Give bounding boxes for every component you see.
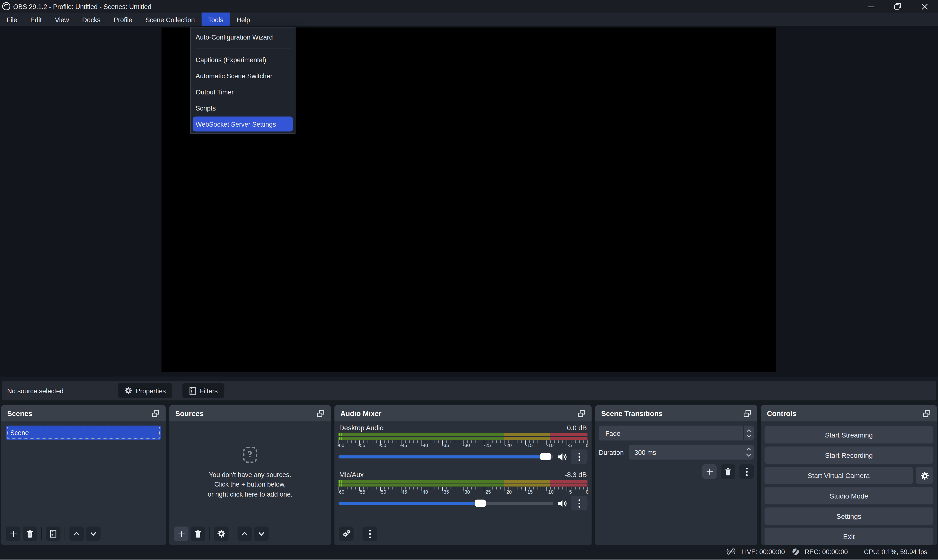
menu-separator	[191, 45, 295, 51]
filters-label: Filters	[200, 387, 218, 394]
remove-transition-button[interactable]	[721, 465, 735, 479]
filter-icon	[189, 386, 196, 395]
menu-item[interactable]: View	[48, 12, 76, 26]
kebab-icon	[577, 452, 580, 461]
menu-item-automatic-scene-switcher[interactable]: Automatic Scene Switcher	[191, 68, 295, 84]
volume-slider[interactable]	[338, 500, 553, 507]
speaker-icon[interactable]	[557, 452, 567, 461]
menu-item[interactable]: Docks	[76, 12, 107, 26]
tools-menu: Auto-Configuration Wizard Captions (Expe…	[190, 27, 296, 134]
properties-button[interactable]: Properties	[118, 383, 173, 398]
preview-area: Auto-Configuration Wizard Captions (Expe…	[0, 26, 938, 377]
scale-tick-label: -50	[379, 442, 386, 449]
scene-up-button[interactable]	[69, 526, 84, 541]
speaker-icon[interactable]	[557, 499, 567, 508]
toolbar-separator	[209, 527, 210, 540]
sources-empty-state[interactable]: ? You don't have any sources. Click the …	[169, 422, 331, 526]
menu-item[interactable]: Scene Collection	[139, 12, 202, 26]
add-scene-button[interactable]	[6, 526, 20, 541]
menu-item-captions[interactable]: Captions (Experimental)	[191, 51, 295, 68]
menu-item[interactable]: File	[0, 12, 24, 26]
start-recording-button[interactable]: Start Recording	[765, 446, 933, 464]
obs-logo-icon	[2, 2, 11, 11]
popout-icon[interactable]	[923, 409, 931, 417]
mixer-options-button[interactable]	[363, 526, 377, 541]
plus-icon	[9, 529, 18, 538]
channel-options-button[interactable]	[571, 496, 588, 511]
window-title: OBS 29.1.2 - Profile: Untitled - Scenes:…	[13, 3, 151, 10]
scale-tick-label: -10	[547, 442, 554, 449]
scale-tick-label: -55	[358, 442, 365, 449]
volume-meter	[338, 480, 587, 486]
controls-header: Controls	[761, 405, 937, 422]
chevron-up-icon	[746, 448, 751, 451]
menu-bar: FileEditViewDocksProfileScene Collection…	[0, 12, 938, 26]
stream-inactive-icon	[726, 547, 736, 556]
channel-options-button[interactable]	[571, 449, 588, 464]
advanced-audio-properties-button[interactable]	[339, 526, 353, 541]
scale-tick-label: -30	[463, 489, 470, 496]
remove-scene-button[interactable]	[23, 526, 37, 541]
titlebar: OBS 29.1.2 - Profile: Untitled - Scenes:…	[0, 0, 938, 12]
chevron-down-icon	[746, 454, 751, 457]
menu-item[interactable]: Profile	[107, 12, 139, 26]
scene-filters-button[interactable]	[46, 526, 60, 541]
toolbar-separator	[233, 527, 233, 540]
filters-button[interactable]: Filters	[182, 383, 224, 398]
menu-item-scripts[interactable]: Scripts	[191, 100, 295, 116]
audio-mixer-panel: Audio Mixer Desktop Audio 0.0 dB	[334, 405, 591, 545]
spinbox-arrows[interactable]	[746, 445, 751, 460]
start-virtual-camera-button[interactable]: Start Virtual Camera	[765, 467, 913, 484]
menu-item[interactable]: Edit	[24, 12, 48, 26]
menu-item-websocket-server-settings[interactable]: WebSocket Server Settings	[193, 117, 293, 132]
sources-toolbar	[169, 526, 331, 545]
toolbar-separator	[358, 527, 358, 540]
source-toolbar: No source selected Properties Filters	[2, 381, 936, 400]
volume-slider[interactable]	[338, 453, 553, 460]
add-transition-button[interactable]	[702, 465, 717, 479]
popout-icon[interactable]	[316, 409, 325, 417]
exit-button[interactable]: Exit	[765, 528, 933, 545]
studio-mode-button[interactable]: Studio Mode	[765, 487, 933, 505]
popout-icon[interactable]	[743, 409, 751, 417]
scene-list-item-selected[interactable]: Scene	[6, 426, 161, 440]
volume-slider-handle[interactable]	[540, 453, 551, 460]
add-source-button[interactable]	[174, 526, 188, 541]
virtual-camera-settings-button[interactable]	[916, 467, 933, 484]
scene-transitions-panel: Scene Transitions Fade Duration	[595, 405, 757, 545]
scene-down-button[interactable]	[86, 526, 100, 541]
source-down-button[interactable]	[254, 526, 268, 541]
popout-icon[interactable]	[577, 409, 586, 417]
scale-tick-label: -20	[505, 489, 512, 496]
minimize-button[interactable]	[857, 0, 884, 12]
menu-item-auto-configuration-wizard[interactable]: Auto-Configuration Wizard	[191, 29, 295, 45]
scale-tick-label: -45	[400, 489, 407, 496]
live-time: LIVE: 00:00:00	[741, 548, 785, 555]
duration-spinbox[interactable]: 300 ms	[629, 445, 754, 460]
menu-item[interactable]: Tools	[202, 12, 230, 26]
popout-icon[interactable]	[151, 409, 160, 417]
remove-source-button[interactable]	[191, 526, 205, 541]
restore-button[interactable]	[884, 0, 911, 12]
arrow-up-icon	[72, 529, 80, 538]
transition-options-button[interactable]	[739, 465, 754, 479]
volume-slider-handle[interactable]	[475, 500, 486, 507]
scale-tick-label: -60	[338, 489, 344, 496]
scale-tick-label: 0	[586, 489, 589, 496]
controls-panel: Controls Start Streaming Start Recording…	[761, 405, 937, 545]
scale-tick-label: -55	[358, 489, 365, 496]
menu-item-output-timer[interactable]: Output Timer	[191, 84, 295, 100]
settings-button[interactable]: Settings	[765, 507, 933, 525]
docks-row: Scenes Scene	[1, 405, 937, 545]
source-properties-button[interactable]	[214, 526, 228, 541]
scene-transitions-header: Scene Transitions	[595, 405, 757, 422]
start-streaming-button[interactable]: Start Streaming	[765, 426, 933, 443]
select-spinner[interactable]	[743, 426, 754, 440]
source-up-button[interactable]	[238, 526, 252, 541]
plus-icon	[705, 467, 714, 476]
meter-scale: -60-55-50-45-40-35-30-25-20-15-10-50	[338, 487, 587, 495]
close-button[interactable]	[911, 0, 938, 12]
transition-select[interactable]: Fade	[599, 426, 754, 440]
menu-item[interactable]: Help	[230, 12, 257, 26]
rec-status: REC: 00:00:00	[791, 547, 848, 555]
